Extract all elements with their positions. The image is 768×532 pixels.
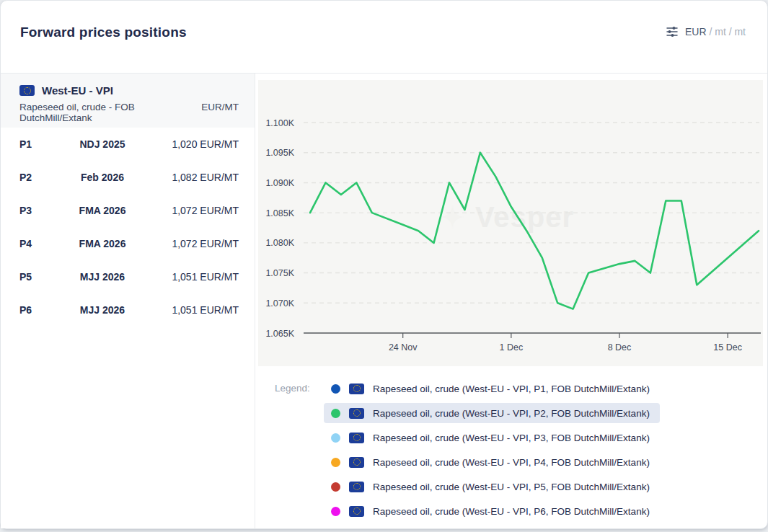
position-contract: NDJ 2025: [79, 138, 125, 150]
positions-list: P1NDJ 20251,020 EUR/MTP2Feb 20261,082 EU…: [1, 128, 255, 327]
series-color-dot: [331, 482, 340, 492]
legend-item-p6[interactable]: Rapeseed oil, crude (West-EU - VPI, P6, …: [324, 501, 660, 521]
x-axis-label: 8 Dec: [608, 342, 632, 353]
instrument-header: West-EU - VPI Rapeseed oil, crude - FOB …: [1, 74, 255, 128]
eu-flag-icon: [19, 85, 35, 96]
position-price: 1,072 EUR/MT: [172, 238, 239, 249]
position-row-p3[interactable]: P3FMA 20261,072 EUR/MT: [1, 194, 255, 227]
eu-stars-icon: [353, 458, 361, 466]
legend-item-label: Rapeseed oil, crude (West-EU - VPI, P6, …: [373, 506, 650, 517]
position-row-p6[interactable]: P6MJJ 20261,051 EUR/MT: [1, 293, 255, 327]
legend-item-p1[interactable]: Rapeseed oil, crude (West-EU - VPI, P1, …: [324, 378, 660, 399]
legend-item-label: Rapeseed oil, crude (West-EU - VPI, P4, …: [373, 457, 650, 468]
legend-item-p5[interactable]: Rapeseed oil, crude (West-EU - VPI, P5, …: [324, 476, 660, 497]
unit-currency: EUR: [685, 26, 707, 37]
eu-stars-icon: [353, 409, 361, 417]
series-color-dot: [331, 384, 340, 394]
instrument-unit: EUR/MT: [201, 102, 239, 123]
position-price: 1,072 EUR/MT: [172, 205, 239, 216]
series-color-dot: [331, 409, 340, 418]
card-header: Forward prices positions EUR / mt / mt: [1, 1, 767, 74]
legend-item-label: Rapeseed oil, crude (West-EU - VPI, P1, …: [373, 384, 650, 394]
legend-item-label: Rapeseed oil, crude (West-EU - VPI, P3, …: [373, 433, 650, 443]
position-row-p2[interactable]: P2Feb 20261,082 EUR/MT: [1, 161, 255, 194]
position-contract: FMA 2026: [79, 205, 126, 216]
position-id: P2: [19, 172, 63, 183]
y-axis-label: 1.080K: [265, 238, 294, 248]
legend-item-label: Rapeseed oil, crude (West-EU - VPI, P2, …: [373, 408, 650, 419]
y-axis-label: 1.065K: [265, 329, 294, 339]
y-axis-label: 1.075K: [265, 268, 294, 278]
position-row-p1[interactable]: P1NDJ 20251,020 EUR/MT: [1, 128, 255, 161]
y-axis-label: 1.095K: [265, 148, 294, 158]
eu-flag-icon: [349, 506, 364, 517]
eu-flag-icon: [349, 433, 364, 443]
x-axis-label: 1 Dec: [500, 342, 524, 353]
eu-flag-icon: [349, 482, 364, 492]
legend-item-p2[interactable]: Rapeseed oil, crude (West-EU - VPI, P2, …: [324, 403, 660, 423]
x-axis-label: 15 Dec: [713, 342, 742, 353]
position-price: 1,051 EUR/MT: [172, 271, 239, 283]
position-price: 1,020 EUR/MT: [172, 138, 239, 150]
eu-flag-icon: [349, 384, 364, 394]
position-id: P5: [19, 271, 63, 283]
position-row-p4[interactable]: P4FMA 20261,072 EUR/MT: [1, 227, 255, 260]
position-id: P6: [19, 304, 63, 316]
eu-stars-icon: [353, 507, 361, 515]
series-color-dot: [331, 507, 340, 516]
y-axis-label: 1.070K: [265, 298, 294, 309]
sliders-icon: [666, 25, 679, 38]
position-price: 1,082 EUR/MT: [172, 172, 239, 183]
position-contract: Feb 2026: [81, 172, 124, 183]
unit-settings-control[interactable]: EUR / mt / mt: [666, 25, 746, 38]
position-contract: MJJ 2026: [80, 271, 125, 283]
unit-suffix: / mt / mt: [707, 26, 746, 37]
position-id: P1: [19, 138, 63, 150]
eu-flag-icon: [349, 457, 364, 468]
legend-item-label: Rapeseed oil, crude (West-EU - VPI, P5, …: [373, 482, 650, 492]
eu-stars-icon: [353, 385, 361, 392]
page-background: Forward prices positions EUR / mt / mt: [0, 0, 768, 532]
instrument-subtitle: Rapeseed oil, crude - FOB DutchMill/Exta…: [19, 102, 201, 123]
eu-stars-icon: [24, 87, 31, 94]
position-price: 1,051 EUR/MT: [172, 304, 239, 316]
line-chart-svg: 1.065K1.070K1.075K1.080K1.085K1.090K1.09…: [258, 80, 763, 366]
position-row-p5[interactable]: P5MJJ 20261,051 EUR/MT: [1, 260, 255, 293]
position-contract: FMA 2026: [79, 238, 126, 249]
positions-sidebar: West-EU - VPI Rapeseed oil, crude - FOB …: [1, 74, 255, 528]
y-axis-label: 1.090K: [265, 178, 294, 188]
page-title: Forward prices positions: [20, 25, 187, 40]
y-axis-label: 1.100K: [265, 118, 294, 128]
legend-label: Legend:: [275, 383, 310, 394]
price-chart[interactable]: ✦ Vesper 1.065K1.070K1.075K1.080K1.085K1…: [258, 80, 763, 366]
position-contract: MJJ 2026: [80, 304, 125, 316]
chart-legend: Rapeseed oil, crude (West-EU - VPI, P1, …: [324, 378, 660, 521]
eu-stars-icon: [353, 483, 361, 490]
price-line-p2: [310, 153, 759, 309]
position-id: P3: [19, 205, 63, 216]
forward-prices-card: Forward prices positions EUR / mt / mt: [0, 0, 768, 529]
position-id: P4: [19, 238, 63, 249]
eu-stars-icon: [353, 434, 361, 441]
y-axis-label: 1.085K: [265, 208, 294, 218]
instrument-title: West-EU - VPI: [42, 84, 113, 97]
eu-flag-icon: [349, 408, 364, 419]
legend-item-p4[interactable]: Rapeseed oil, crude (West-EU - VPI, P4, …: [324, 452, 660, 472]
series-color-dot: [331, 433, 340, 443]
x-axis-label: 24 Nov: [389, 342, 418, 353]
series-color-dot: [331, 458, 340, 467]
legend-item-p3[interactable]: Rapeseed oil, crude (West-EU - VPI, P3, …: [324, 427, 660, 448]
